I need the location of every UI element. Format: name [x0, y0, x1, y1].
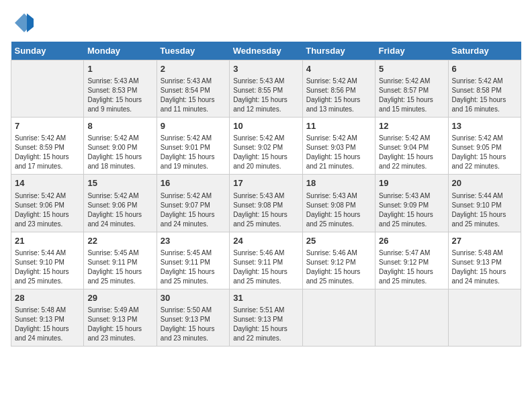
day-number: 26: [379, 235, 444, 247]
day-number: 23: [161, 235, 226, 247]
day-number: 2: [161, 63, 226, 75]
calendar-cell: 26Sunrise: 5:47 AM Sunset: 9:12 PM Dayli…: [375, 232, 448, 289]
calendar-cell: 23Sunrise: 5:45 AM Sunset: 9:11 PM Dayli…: [157, 232, 229, 289]
calendar-cell: 11Sunrise: 5:42 AM Sunset: 9:03 PM Dayli…: [302, 118, 375, 175]
logo-icon: [11, 11, 35, 35]
calendar-body: 1Sunrise: 5:43 AM Sunset: 8:53 PM Daylig…: [11, 60, 521, 347]
calendar-cell: 29Sunrise: 5:49 AM Sunset: 9:13 PM Dayli…: [84, 289, 157, 346]
day-info: Sunrise: 5:42 AM Sunset: 8:56 PM Dayligh…: [306, 77, 371, 114]
calendar-cell: 14Sunrise: 5:42 AM Sunset: 9:06 PM Dayli…: [11, 175, 84, 232]
calendar-cell: 17Sunrise: 5:43 AM Sunset: 9:08 PM Dayli…: [230, 175, 302, 232]
header-day-tuesday: Tuesday: [157, 42, 229, 60]
day-number: 20: [452, 177, 517, 189]
day-info: Sunrise: 5:42 AM Sunset: 8:59 PM Dayligh…: [15, 134, 80, 171]
day-info: Sunrise: 5:42 AM Sunset: 9:04 PM Dayligh…: [379, 134, 444, 171]
day-number: 31: [233, 292, 298, 304]
day-info: Sunrise: 5:46 AM Sunset: 9:12 PM Dayligh…: [306, 248, 371, 286]
calendar-cell: [375, 289, 448, 346]
day-info: Sunrise: 5:42 AM Sunset: 8:57 PM Dayligh…: [379, 77, 444, 114]
day-number: 18: [306, 177, 371, 189]
day-number: 1: [87, 63, 152, 75]
day-info: Sunrise: 5:43 AM Sunset: 9:09 PM Dayligh…: [379, 191, 444, 229]
day-number: 3: [233, 63, 298, 75]
day-info: Sunrise: 5:51 AM Sunset: 9:13 PM Dayligh…: [233, 306, 298, 343]
calendar-cell: [302, 289, 375, 346]
calendar-cell: 30Sunrise: 5:50 AM Sunset: 9:13 PM Dayli…: [157, 289, 229, 346]
day-info: Sunrise: 5:43 AM Sunset: 8:53 PM Dayligh…: [87, 77, 152, 114]
calendar-week-3: 14Sunrise: 5:42 AM Sunset: 9:06 PM Dayli…: [11, 175, 521, 232]
calendar-cell: 24Sunrise: 5:46 AM Sunset: 9:11 PM Dayli…: [230, 232, 302, 289]
day-number: 19: [379, 177, 444, 189]
calendar-cell: 8Sunrise: 5:42 AM Sunset: 9:00 PM Daylig…: [84, 118, 157, 175]
day-info: Sunrise: 5:43 AM Sunset: 9:08 PM Dayligh…: [233, 191, 298, 229]
day-number: 11: [306, 120, 371, 132]
calendar-cell: 15Sunrise: 5:42 AM Sunset: 9:06 PM Dayli…: [84, 175, 157, 232]
page-header: [11, 11, 521, 35]
calendar-cell: 31Sunrise: 5:51 AM Sunset: 9:13 PM Dayli…: [230, 289, 302, 346]
day-number: 24: [233, 235, 298, 247]
header-day-thursday: Thursday: [302, 42, 375, 60]
calendar-table: SundayMondayTuesdayWednesdayThursdayFrid…: [11, 42, 521, 347]
header-day-wednesday: Wednesday: [230, 42, 302, 60]
day-info: Sunrise: 5:42 AM Sunset: 9:01 PM Dayligh…: [161, 134, 226, 171]
day-number: 4: [306, 63, 371, 75]
day-info: Sunrise: 5:42 AM Sunset: 8:58 PM Dayligh…: [452, 77, 517, 114]
calendar-cell: 6Sunrise: 5:42 AM Sunset: 8:58 PM Daylig…: [448, 60, 521, 118]
day-info: Sunrise: 5:45 AM Sunset: 9:11 PM Dayligh…: [161, 248, 226, 286]
calendar-cell: 21Sunrise: 5:44 AM Sunset: 9:10 PM Dayli…: [11, 232, 84, 289]
day-number: 28: [15, 292, 80, 304]
day-info: Sunrise: 5:44 AM Sunset: 9:10 PM Dayligh…: [452, 191, 517, 229]
day-number: 6: [452, 63, 517, 75]
day-number: 12: [379, 120, 444, 132]
header-row: SundayMondayTuesdayWednesdayThursdayFrid…: [11, 42, 521, 60]
calendar-cell: 5Sunrise: 5:42 AM Sunset: 8:57 PM Daylig…: [375, 60, 448, 118]
calendar-header: SundayMondayTuesdayWednesdayThursdayFrid…: [11, 42, 521, 60]
calendar-cell: 18Sunrise: 5:43 AM Sunset: 9:08 PM Dayli…: [302, 175, 375, 232]
day-number: 30: [161, 292, 226, 304]
day-number: 14: [15, 177, 80, 189]
calendar-cell: 1Sunrise: 5:43 AM Sunset: 8:53 PM Daylig…: [84, 60, 157, 118]
logo: [11, 11, 38, 35]
calendar-cell: 10Sunrise: 5:42 AM Sunset: 9:02 PM Dayli…: [230, 118, 302, 175]
header-day-sunday: Sunday: [11, 42, 84, 60]
day-info: Sunrise: 5:47 AM Sunset: 9:12 PM Dayligh…: [379, 248, 444, 286]
day-number: 16: [161, 177, 226, 189]
day-info: Sunrise: 5:46 AM Sunset: 9:11 PM Dayligh…: [233, 248, 298, 286]
day-info: Sunrise: 5:48 AM Sunset: 9:13 PM Dayligh…: [452, 248, 517, 286]
calendar-cell: 25Sunrise: 5:46 AM Sunset: 9:12 PM Dayli…: [302, 232, 375, 289]
day-info: Sunrise: 5:42 AM Sunset: 9:05 PM Dayligh…: [452, 134, 517, 171]
day-info: Sunrise: 5:42 AM Sunset: 9:07 PM Dayligh…: [161, 191, 226, 229]
calendar-cell: [448, 289, 521, 346]
day-number: 22: [87, 235, 152, 247]
day-number: 25: [306, 235, 371, 247]
day-info: Sunrise: 5:44 AM Sunset: 9:10 PM Dayligh…: [15, 248, 80, 286]
calendar-week-5: 28Sunrise: 5:48 AM Sunset: 9:13 PM Dayli…: [11, 289, 521, 346]
day-info: Sunrise: 5:45 AM Sunset: 9:11 PM Dayligh…: [87, 248, 152, 286]
day-number: 21: [15, 235, 80, 247]
calendar-cell: 22Sunrise: 5:45 AM Sunset: 9:11 PM Dayli…: [84, 232, 157, 289]
calendar-week-2: 7Sunrise: 5:42 AM Sunset: 8:59 PM Daylig…: [11, 118, 521, 175]
calendar-cell: 4Sunrise: 5:42 AM Sunset: 8:56 PM Daylig…: [302, 60, 375, 118]
day-info: Sunrise: 5:42 AM Sunset: 9:02 PM Dayligh…: [233, 134, 298, 171]
day-info: Sunrise: 5:43 AM Sunset: 8:54 PM Dayligh…: [161, 77, 226, 114]
day-info: Sunrise: 5:42 AM Sunset: 9:06 PM Dayligh…: [15, 191, 80, 229]
calendar-cell: 12Sunrise: 5:42 AM Sunset: 9:04 PM Dayli…: [375, 118, 448, 175]
calendar-cell: [11, 60, 84, 118]
header-day-monday: Monday: [84, 42, 157, 60]
day-number: 13: [452, 120, 517, 132]
day-number: 7: [15, 120, 80, 132]
day-info: Sunrise: 5:42 AM Sunset: 9:03 PM Dayligh…: [306, 134, 371, 171]
day-number: 10: [233, 120, 298, 132]
calendar-cell: 20Sunrise: 5:44 AM Sunset: 9:10 PM Dayli…: [448, 175, 521, 232]
day-number: 27: [452, 235, 517, 247]
day-number: 8: [87, 120, 152, 132]
calendar-cell: 28Sunrise: 5:48 AM Sunset: 9:13 PM Dayli…: [11, 289, 84, 346]
calendar-cell: 9Sunrise: 5:42 AM Sunset: 9:01 PM Daylig…: [157, 118, 229, 175]
header-day-saturday: Saturday: [448, 42, 521, 60]
day-number: 17: [233, 177, 298, 189]
header-day-friday: Friday: [375, 42, 448, 60]
calendar-cell: 16Sunrise: 5:42 AM Sunset: 9:07 PM Dayli…: [157, 175, 229, 232]
day-number: 15: [87, 177, 152, 189]
calendar-cell: 7Sunrise: 5:42 AM Sunset: 8:59 PM Daylig…: [11, 118, 84, 175]
day-info: Sunrise: 5:49 AM Sunset: 9:13 PM Dayligh…: [87, 306, 152, 343]
